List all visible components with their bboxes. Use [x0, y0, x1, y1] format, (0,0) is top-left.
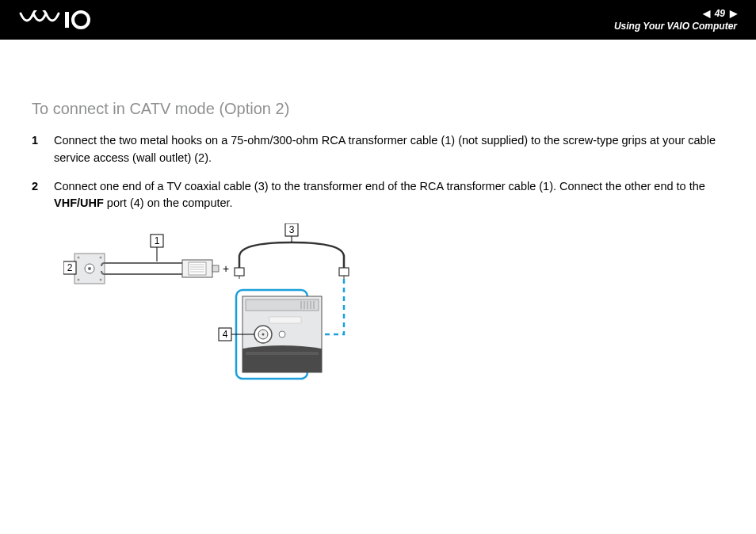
step-number: 1	[32, 132, 54, 167]
page-heading: To connect in CATV mode (Option 2)	[32, 100, 724, 118]
svg-rect-0	[65, 12, 69, 28]
svg-rect-23	[339, 268, 349, 276]
step-text-part: Connect one end of a TV coaxial cable (3…	[54, 180, 705, 193]
step-number: 2	[32, 178, 54, 213]
svg-point-6	[100, 257, 102, 259]
svg-point-4	[88, 267, 91, 270]
svg-point-5	[78, 257, 80, 259]
page-nav: ◀ 49 ▶	[703, 8, 737, 19]
step-text-bold: VHF/UHF	[54, 196, 104, 209]
step-list: 1 Connect the two metal hooks on a 75-oh…	[32, 132, 724, 212]
step-text: Connect one end of a TV coaxial cable (3…	[54, 178, 724, 213]
svg-rect-40	[246, 352, 319, 355]
diagram-label-1: 1	[155, 235, 160, 246]
svg-rect-21	[235, 268, 244, 276]
svg-point-1	[73, 12, 89, 28]
diagram-svg: 2 + 1	[63, 223, 412, 382]
diagram-label-3: 3	[289, 224, 295, 235]
header-right: ◀ 49 ▶ Using Your VAIO Computer	[614, 8, 737, 32]
page-number: 49	[715, 8, 725, 19]
next-page-arrow[interactable]: ▶	[730, 8, 737, 19]
step-item: 2 Connect one end of a TV coaxial cable …	[32, 178, 724, 213]
step-item: 1 Connect the two metal hooks on a 75-oh…	[32, 132, 724, 167]
svg-point-8	[100, 279, 102, 281]
connection-diagram: 2 + 1	[63, 223, 724, 382]
section-title: Using Your VAIO Computer	[614, 21, 737, 32]
prev-page-arrow[interactable]: ◀	[703, 8, 710, 19]
svg-point-38	[262, 334, 265, 336]
svg-point-39	[279, 331, 285, 338]
diagram-label-2: 2	[67, 262, 73, 273]
plus-icon: +	[223, 262, 229, 275]
svg-rect-18	[212, 265, 219, 272]
header-bar: ◀ 49 ▶ Using Your VAIO Computer	[0, 0, 756, 40]
svg-point-7	[78, 279, 80, 281]
step-text-part: port (4) on the computer.	[104, 196, 233, 209]
vaio-logo	[19, 0, 106, 40]
content: To connect in CATV mode (Option 2) 1 Con…	[0, 40, 756, 398]
step-text: Connect the two metal hooks on a 75-ohm/…	[54, 132, 724, 167]
svg-rect-13	[189, 262, 206, 275]
svg-rect-35	[269, 317, 301, 323]
diagram-label-4: 4	[223, 329, 228, 340]
vaio-logo-svg	[19, 10, 106, 29]
